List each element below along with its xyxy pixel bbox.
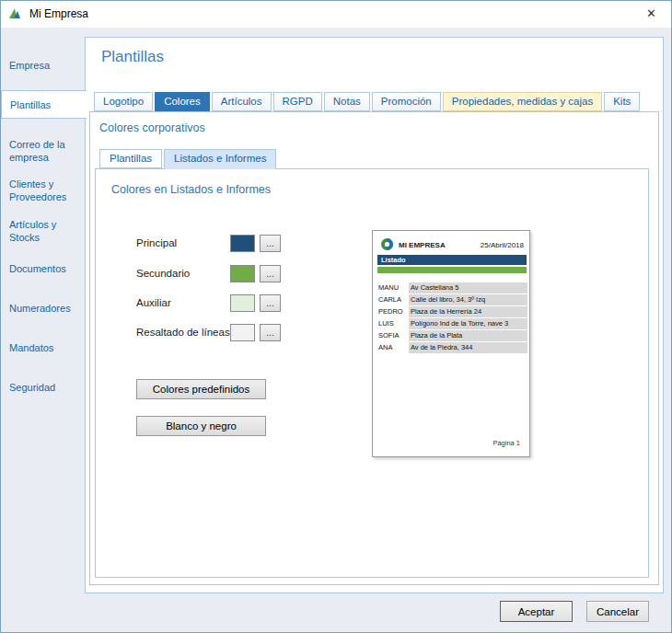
tab-rgpd[interactable]: RGPD (273, 92, 322, 111)
window-title: Mi Empresa (29, 0, 88, 28)
resaltado-browse-button[interactable]: ... (260, 324, 281, 341)
secundario-label: Secundario (136, 268, 190, 279)
preview-page-number: Página 1 (492, 439, 520, 447)
accept-button[interactable]: Aceptar (500, 601, 573, 622)
preview-row-address: Av Castellana 5 (409, 282, 527, 293)
auxiliar-label: Auxiliar (136, 297, 171, 308)
sidebar-item-numeradores[interactable]: Numeradores (9, 302, 81, 315)
preview-row: ANA Av de la Piedra, 344 (377, 342, 528, 354)
principal-color-swatch[interactable] (230, 235, 255, 252)
resaltado-color-swatch[interactable] (230, 324, 255, 341)
secundario-browse-button[interactable]: ... (260, 265, 281, 282)
preview-row-name: SOFIA (378, 330, 407, 341)
sidebar-item-clientes[interactable]: Clientes y Proveedores (9, 178, 81, 203)
preview-row-address: Plaza de la Herrería 24 (409, 306, 527, 317)
principal-browse-button[interactable]: ... (260, 235, 281, 252)
principal-label: Principal (136, 237, 177, 248)
black-white-button[interactable]: Blanco y negro (136, 416, 266, 436)
preview-row-address: Av de la Piedra, 344 (409, 342, 527, 353)
subtab-strip: PlantillasListados e Informes (99, 149, 278, 169)
preview-row-address: Plaza de la Plata (409, 330, 527, 341)
preview-row: CARLA Calle del libro, 34, 3º Izq (377, 294, 528, 306)
predefined-colors-button[interactable]: Colores predefinidos (136, 379, 266, 399)
tab-strip: LogotipoColoresArtículosRGPDNotasPromoci… (94, 92, 642, 111)
inner-panel-title: Colores en Listados e Informes (111, 183, 271, 196)
report-preview: MI EMPRESA 25/Abril/2018 Listado MANU Av… (372, 230, 530, 457)
sidebar-item-correo[interactable]: Correo de la empresa (9, 138, 81, 164)
preview-row-name: MANU (378, 282, 407, 293)
preview-company-name: MI EMPRESA (399, 241, 446, 249)
preview-row: LUIS Polígono Ind de la Torre, nave 3 (377, 318, 528, 330)
sidebar-item-empresa[interactable]: Empresa (9, 59, 81, 72)
preview-logo-icon (380, 237, 394, 251)
preview-row-name: CARLA (378, 294, 407, 305)
preview-row: SOFIA Plaza de la Plata (377, 330, 528, 342)
preview-date: 25/Abril/2018 (481, 241, 524, 249)
title-bar: Mi Empresa ✕ (0, 0, 672, 28)
preview-row-name: ANA (378, 342, 407, 353)
preview-row-name: LUIS (378, 318, 407, 329)
preview-list-header: Listado (377, 255, 527, 265)
tab-logotipo[interactable]: Logotipo (94, 92, 153, 111)
preview-row-address: Calle del libro, 34, 3º Izq (409, 294, 527, 305)
tab-colores[interactable]: Colores (155, 92, 210, 111)
page-title: Plantillas (101, 48, 164, 66)
tab-promocion[interactable]: Promoción (372, 92, 441, 111)
tab-kits[interactable]: Kits (604, 92, 640, 111)
sidebar-item-articulos[interactable]: Artículos y Stocks (9, 218, 81, 244)
group-title: Colores corporativos (99, 121, 205, 134)
preview-row: PEDRO Plaza de la Herrería 24 (377, 306, 528, 318)
secundario-color-swatch[interactable] (230, 265, 255, 282)
sidebar-item-mandatos[interactable]: Mandatos (9, 341, 81, 354)
subtab-plantillas[interactable]: Plantillas (99, 149, 162, 168)
auxiliar-color-swatch[interactable] (230, 294, 255, 312)
tab-propiedades[interactable]: Propiedades, medidas y cajas (443, 92, 602, 111)
preview-row-address: Polígono Ind de la Torre, nave 3 (409, 318, 527, 329)
cancel-button[interactable]: Cancelar (586, 601, 649, 622)
sidebar-item-plantillas[interactable]: Plantillas (1, 90, 87, 119)
sidebar-item-seguridad[interactable]: Seguridad (9, 381, 81, 394)
tab-notas[interactable]: Notas (324, 92, 370, 111)
sidebar-item-documentos[interactable]: Documentos (9, 262, 81, 275)
tab-articulos[interactable]: Artículos (212, 92, 272, 111)
resaltado-label: Resaltado de líneas (136, 327, 230, 338)
subtab-listados[interactable]: Listados e Informes (164, 149, 276, 169)
preview-secondary-bar (377, 267, 527, 273)
preview-row: MANU Av Castellana 5 (377, 282, 528, 294)
preview-row-name: PEDRO (378, 306, 407, 317)
app-icon (7, 6, 22, 21)
auxiliar-browse-button[interactable]: ... (260, 294, 281, 312)
close-icon[interactable]: ✕ (631, 0, 672, 28)
